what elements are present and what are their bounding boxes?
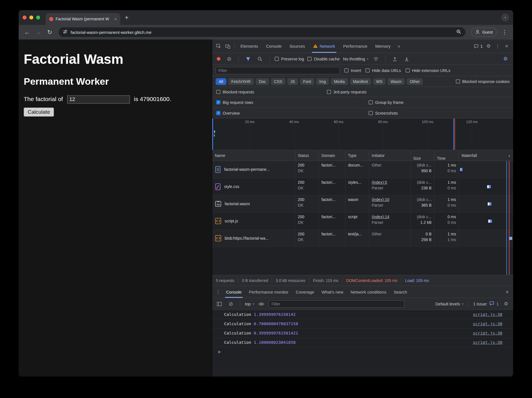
initiator-link[interactable]: (index):10 bbox=[372, 197, 408, 202]
chip-media[interactable]: Media bbox=[331, 78, 348, 85]
import-har-icon[interactable] bbox=[391, 55, 399, 63]
console-context-select[interactable]: top ▾ bbox=[245, 302, 254, 306]
clear-console-icon[interactable]: ⊘ bbox=[227, 300, 235, 308]
screenshots-checkbox[interactable]: Screenshots bbox=[369, 111, 398, 115]
preserve-log-checkbox[interactable]: Preserve log bbox=[275, 57, 304, 61]
table-row[interactable]: style.css 200OK factori... styles... (in… bbox=[212, 178, 513, 195]
overview-checkbox[interactable]: Overview bbox=[216, 111, 240, 115]
chip-js[interactable]: JS bbox=[287, 78, 298, 85]
devtools-close-icon[interactable]: × bbox=[502, 42, 511, 51]
disable-cache-checkbox[interactable]: Disable cache bbox=[307, 57, 340, 61]
chip-font[interactable]: Font bbox=[300, 78, 314, 85]
network-filter-input[interactable] bbox=[216, 67, 340, 74]
export-har-icon[interactable] bbox=[402, 55, 411, 63]
chip-wasm[interactable]: Wasm bbox=[387, 78, 405, 85]
chip-manifest[interactable]: Manifest bbox=[350, 78, 371, 85]
eye-icon[interactable] bbox=[257, 300, 266, 308]
chip-css[interactable]: CSS bbox=[271, 78, 285, 85]
table-row[interactable]: factorial-wasm-permane... 200OK factori.… bbox=[212, 161, 513, 178]
tab-performance[interactable]: Performance bbox=[340, 40, 371, 53]
devtools-settings-icon[interactable]: ⚙ bbox=[484, 42, 493, 51]
throttling-select[interactable]: No throttling ▾ bbox=[343, 57, 368, 61]
browser-tab[interactable]: Factorial Wasm (permanent W × bbox=[46, 13, 120, 25]
site-settings-icon[interactable] bbox=[63, 29, 68, 35]
hide-extension-urls-checkbox[interactable]: Hide extension URLs bbox=[406, 68, 450, 73]
console-source-link[interactable]: script.js:30 bbox=[473, 340, 502, 345]
browser-menu-button[interactable]: ⋮ bbox=[500, 27, 510, 37]
network-overview-timeline[interactable]: 20 ms 40 ms 60 ms 80 ms 100 ms 120 ms 14… bbox=[212, 119, 513, 150]
console-source-link[interactable]: script.js:30 bbox=[473, 322, 502, 326]
initiator-link[interactable]: (index):14 bbox=[372, 215, 408, 219]
devtools-menu-icon[interactable]: ⋮ bbox=[493, 42, 502, 51]
network-settings-icon[interactable]: ⚙ bbox=[501, 55, 510, 63]
calculate-button[interactable]: Calculate bbox=[24, 108, 54, 117]
table-row[interactable]: wa factorial.wasm 200OK factori... wasm … bbox=[212, 195, 513, 213]
more-tabs-icon[interactable]: » bbox=[395, 42, 403, 51]
chip-img[interactable]: Img bbox=[316, 78, 329, 85]
forward-button[interactable]: → bbox=[33, 27, 43, 37]
tab-close-icon[interactable]: × bbox=[114, 17, 117, 21]
blocked-requests-checkbox[interactable]: Blocked requests bbox=[216, 90, 254, 94]
column-header-domain[interactable]: Domain bbox=[319, 150, 345, 161]
group-by-frame-checkbox[interactable]: Group by frame bbox=[369, 100, 404, 105]
initiator-link[interactable]: (index):5 bbox=[372, 180, 408, 185]
drawer-menu-icon[interactable]: ⋮ bbox=[214, 288, 222, 296]
table-row[interactable]: blob:https://factorial-wa... 200OK facto… bbox=[212, 230, 513, 247]
drawer-tab-console[interactable]: Console bbox=[222, 286, 245, 298]
search-icon[interactable] bbox=[256, 55, 264, 63]
tab-sources[interactable]: Sources bbox=[286, 40, 309, 53]
chip-doc[interactable]: Doc bbox=[256, 78, 269, 85]
timeline-start-handle[interactable] bbox=[212, 119, 213, 150]
chip-other[interactable]: Other bbox=[407, 78, 423, 85]
reload-button[interactable]: ↻ bbox=[45, 27, 55, 37]
console-sidebar-icon[interactable] bbox=[215, 300, 224, 308]
new-tab-button[interactable]: + bbox=[125, 14, 128, 21]
tab-console[interactable]: Console bbox=[262, 40, 285, 53]
profile-button[interactable]: Guest bbox=[471, 28, 497, 37]
invert-checkbox[interactable]: Invert bbox=[344, 68, 361, 73]
chip-fetch-xhr[interactable]: Fetch/XHR bbox=[228, 78, 254, 85]
big-request-rows-checkbox[interactable]: Big request rows bbox=[216, 100, 253, 105]
drawer-tab-whats-new[interactable]: What's new bbox=[318, 286, 347, 298]
filter-icon[interactable] bbox=[244, 55, 252, 63]
drawer-close-icon[interactable]: × bbox=[503, 288, 511, 296]
console-prompt[interactable]: > bbox=[212, 347, 513, 357]
inspect-element-icon[interactable] bbox=[214, 42, 223, 51]
column-header-size[interactable]: Size bbox=[411, 150, 434, 161]
drawer-tab-coverage[interactable]: Coverage bbox=[292, 286, 318, 298]
drawer-tab-performance-monitor[interactable]: Performance monitor bbox=[245, 286, 292, 298]
tab-memory[interactable]: Memory bbox=[372, 40, 394, 53]
column-header-initiator[interactable]: Initiator bbox=[369, 150, 411, 161]
chip-all[interactable]: All bbox=[216, 78, 226, 85]
console-source-link[interactable]: script.js:30 bbox=[473, 312, 502, 317]
record-network-log-icon[interactable] bbox=[217, 57, 220, 61]
console-source-link[interactable]: script.js:30 bbox=[473, 331, 502, 335]
blocked-response-cookies-checkbox[interactable]: Blocked response cookies bbox=[456, 79, 510, 84]
back-button[interactable]: ← bbox=[22, 27, 32, 37]
window-minimize-button[interactable] bbox=[29, 16, 33, 19]
log-levels-select[interactable]: Default levels ▾ bbox=[435, 302, 463, 306]
window-zoom-button[interactable] bbox=[36, 16, 40, 19]
column-header-waterfall[interactable]: Waterfall ▲ bbox=[459, 150, 513, 161]
address-bar[interactable]: factorial-wasm-permanent-worker.glitch.m… bbox=[59, 27, 465, 37]
clear-network-log-icon[interactable]: ⊘ bbox=[225, 55, 233, 63]
hide-data-urls-checkbox[interactable]: Hide data URLs bbox=[365, 68, 401, 73]
drawer-tab-network-conditions[interactable]: Network conditions bbox=[347, 286, 390, 298]
factorial-input[interactable] bbox=[67, 95, 130, 104]
drawer-tab-search[interactable]: Search bbox=[390, 286, 411, 298]
table-row[interactable]: script.js 200OK factori... script (index… bbox=[212, 213, 513, 230]
console-log[interactable]: Calculation 1.399999976158142 script.js:… bbox=[212, 310, 513, 377]
issues-icon[interactable]: 1 bbox=[473, 42, 484, 51]
column-header-type[interactable]: Type bbox=[345, 150, 369, 161]
window-close-button[interactable] bbox=[23, 16, 27, 19]
device-toolbar-icon[interactable] bbox=[224, 42, 232, 51]
issues-link[interactable]: 1 Issue: 1 bbox=[473, 301, 499, 307]
third-party-requests-checkbox[interactable]: 3rd-party requests bbox=[327, 90, 367, 94]
zoom-icon[interactable] bbox=[456, 29, 461, 36]
console-settings-icon[interactable]: ⚙ bbox=[502, 300, 510, 308]
console-filter-input[interactable] bbox=[269, 300, 404, 308]
network-conditions-icon[interactable] bbox=[372, 55, 380, 63]
tab-search-button[interactable]: ▾ bbox=[501, 14, 509, 21]
column-header-status[interactable]: Status bbox=[295, 150, 319, 161]
tab-network[interactable]: Network bbox=[309, 40, 339, 53]
